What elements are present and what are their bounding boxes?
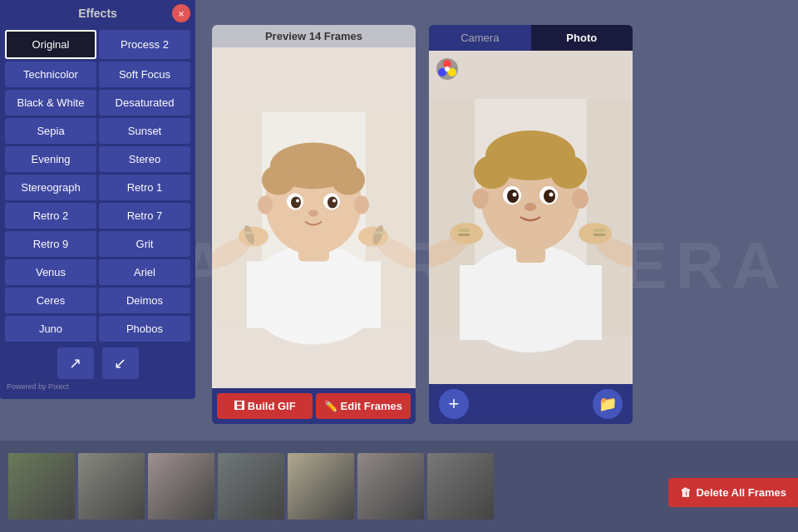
share-button[interactable]: ↗ <box>57 347 94 379</box>
build-gif-button[interactable]: 🎞 Build GIF <box>217 393 313 419</box>
effects-footer: ↗ ↙ <box>0 342 195 381</box>
preview-footer: 🎞 Build GIF ✏️ Edit Frames <box>212 388 416 424</box>
svg-rect-36 <box>460 265 602 340</box>
svg-point-47 <box>544 190 555 203</box>
svg-point-22 <box>358 227 388 247</box>
delete-all-frames-button[interactable]: 🗑 Delete All Frames <box>668 478 798 507</box>
svg-point-52 <box>572 189 589 209</box>
effect-btn-phobos[interactable]: Phobos <box>99 316 190 342</box>
effect-btn-deimos[interactable]: Deimos <box>99 288 190 313</box>
svg-point-15 <box>328 197 337 209</box>
preview-baby-svg <box>212 47 416 388</box>
effect-btn-stereo[interactable]: Stereo <box>99 146 190 172</box>
svg-point-51 <box>472 189 489 209</box>
photo-baby-svg <box>429 51 633 384</box>
film-frame-6[interactable] <box>357 453 424 520</box>
svg-point-46 <box>507 190 519 203</box>
effects-grid: OriginalProcess 2TechnicolorSoft FocusBl… <box>0 27 195 342</box>
svg-point-19 <box>258 196 273 214</box>
svg-point-11 <box>332 165 365 195</box>
effect-btn-stereograph[interactable]: Stereograph <box>5 175 96 200</box>
build-gif-label: Build GIF <box>248 400 296 412</box>
preview-header: Preview 14 Frames <box>212 25 416 47</box>
effect-btn-technicolor[interactable]: Technicolor <box>5 62 96 87</box>
effect-btn-soft_focus[interactable]: Soft Focus <box>99 62 190 87</box>
preview-panel: Preview 14 Frames <box>212 25 416 424</box>
effect-btn-retro1[interactable]: Retro 1 <box>99 175 190 200</box>
effect-btn-desaturated[interactable]: Desaturated <box>99 90 190 116</box>
effect-btn-evening[interactable]: Evening <box>5 146 96 172</box>
film-frame-5[interactable] <box>288 453 354 520</box>
effect-btn-retro2[interactable]: Retro 2 <box>5 203 96 229</box>
effect-btn-retro7[interactable]: Retro 7 <box>99 203 190 229</box>
svg-point-16 <box>296 200 299 203</box>
download-icon: ↙ <box>114 354 126 372</box>
effect-btn-retro9[interactable]: Retro 9 <box>5 231 96 257</box>
photo-tabs: Camera Photo <box>429 25 633 51</box>
effect-btn-sepia[interactable]: Sepia <box>5 118 96 144</box>
effect-btn-process2[interactable]: Process 2 <box>99 30 190 59</box>
folder-icon: 📁 <box>598 395 617 413</box>
effects-header: Effects × <box>0 0 195 27</box>
svg-point-20 <box>354 196 369 214</box>
powered-by: Powered by Pixect <box>0 381 195 392</box>
effect-btn-ariel[interactable]: Ariel <box>99 259 190 285</box>
plus-icon: + <box>449 393 460 415</box>
svg-point-17 <box>332 200 336 203</box>
edit-icon: ✏️ <box>324 400 337 412</box>
main-area: Preview 14 Frames <box>204 17 798 432</box>
svg-point-48 <box>513 193 517 197</box>
film-frame-3[interactable] <box>148 453 214 520</box>
photo-footer: + 📁 <box>429 384 633 424</box>
effect-btn-ceres[interactable]: Ceres <box>5 288 96 313</box>
effect-btn-bw[interactable]: Black & White <box>5 90 96 116</box>
film-frame-7[interactable] <box>427 453 494 520</box>
edit-frames-button[interactable]: ✏️ Edit Frames <box>316 393 411 419</box>
effect-btn-venus[interactable]: Venus <box>5 259 96 285</box>
effect-btn-juno[interactable]: Juno <box>5 316 96 342</box>
share-icon: ↗ <box>69 354 81 372</box>
photo-logo <box>436 57 459 81</box>
photo-panel: Camera Photo <box>429 25 633 424</box>
svg-rect-56 <box>594 229 605 232</box>
film-frame-4[interactable] <box>218 453 284 520</box>
open-folder-button[interactable]: 📁 <box>593 389 623 419</box>
svg-rect-25 <box>244 232 254 234</box>
svg-point-31 <box>445 66 450 71</box>
svg-point-42 <box>474 155 510 189</box>
trash-icon: 🗑 <box>680 486 691 499</box>
svg-point-18 <box>308 210 318 217</box>
preview-image <box>212 47 416 388</box>
film-frame-2[interactable] <box>78 453 145 520</box>
effects-panel: Effects × OriginalProcess 2TechnicolorSo… <box>0 0 195 399</box>
effect-btn-original[interactable]: Original <box>5 30 96 59</box>
effects-title: Effects <box>78 7 117 20</box>
svg-point-43 <box>550 155 587 189</box>
svg-rect-58 <box>594 234 605 236</box>
svg-rect-55 <box>458 229 470 232</box>
delete-all-label: Delete All Frames <box>696 486 786 499</box>
edit-frames-label: Edit Frames <box>341 400 402 412</box>
tab-photo[interactable]: Photo <box>531 25 633 51</box>
svg-point-10 <box>262 165 295 195</box>
svg-point-49 <box>549 193 554 197</box>
svg-point-14 <box>291 197 301 209</box>
svg-point-50 <box>525 203 536 211</box>
svg-rect-57 <box>458 234 470 236</box>
effect-btn-sunset[interactable]: Sunset <box>99 118 190 144</box>
effect-btn-grit[interactable]: Grit <box>99 231 190 257</box>
add-photo-button[interactable]: + <box>439 389 469 419</box>
svg-rect-26 <box>375 232 385 234</box>
photo-image <box>429 51 633 384</box>
download-button[interactable]: ↙ <box>102 347 139 379</box>
film-icon: 🎞 <box>234 400 244 412</box>
tab-camera[interactable]: Camera <box>429 25 531 51</box>
close-button[interactable]: × <box>172 4 190 22</box>
film-frame-1[interactable] <box>8 453 75 520</box>
svg-rect-4 <box>247 262 381 328</box>
